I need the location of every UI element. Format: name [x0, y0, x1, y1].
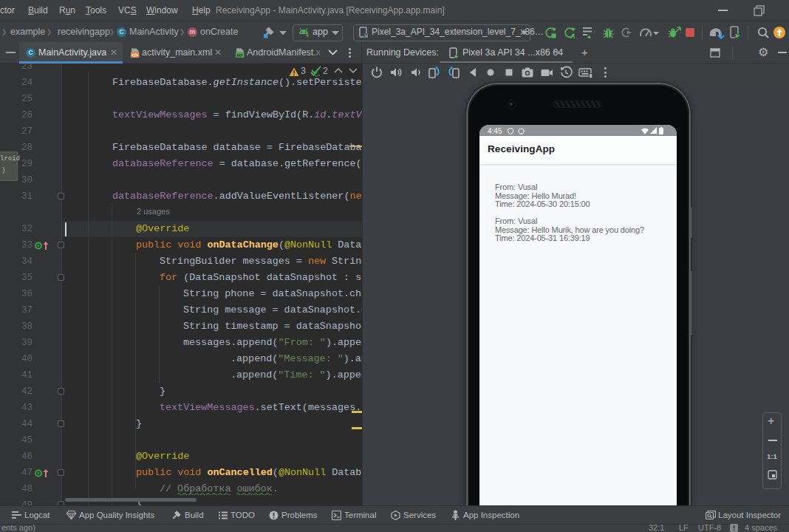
svg-text:A: A	[570, 33, 575, 38]
svg-text:MF: MF	[236, 53, 243, 58]
svg-text:</>: </>	[132, 52, 139, 58]
